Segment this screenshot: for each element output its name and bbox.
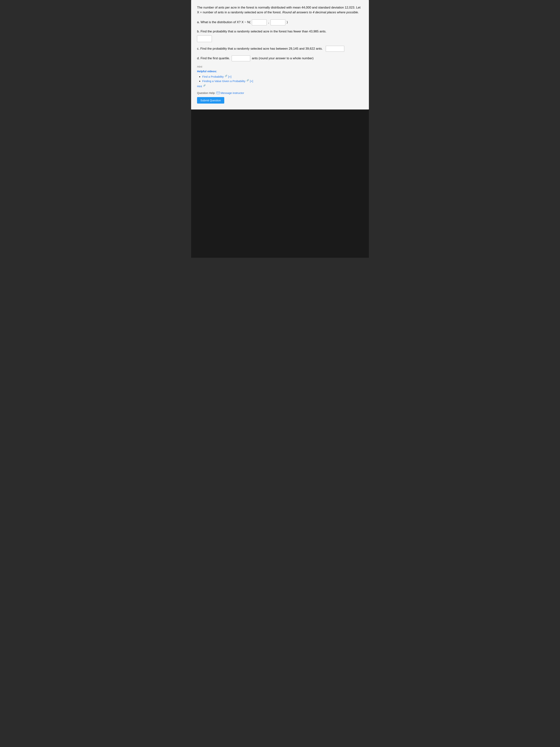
part-c-input[interactable] bbox=[326, 46, 344, 52]
dark-bottom-area bbox=[191, 109, 369, 258]
part-a: a. What is the distribution of X? X ~ N(… bbox=[197, 20, 363, 25]
question-help-row: Question Help: Message instructor bbox=[197, 91, 363, 95]
envelope-icon bbox=[216, 92, 220, 94]
hint-link[interactable]: Hint 🔗 bbox=[197, 85, 206, 88]
message-instructor-text: Message instructor bbox=[220, 91, 244, 95]
part-c-row: c. Find the probability that a randomly … bbox=[197, 46, 363, 52]
video-list-item-2: Finding a Value Given a Probability 🔗 [+… bbox=[202, 79, 363, 83]
part-c: c. Find the probability that a randomly … bbox=[197, 46, 363, 52]
helpful-videos-label: Helpful videos: bbox=[197, 70, 363, 73]
hint-link-text: Hint bbox=[197, 85, 202, 88]
find-probability-suffix: [+] bbox=[228, 75, 231, 78]
part-d: d. Find the first quartile. ants (round … bbox=[197, 55, 363, 61]
part-a-comma: , bbox=[268, 20, 269, 24]
video-list: Find a Probability 🔗 [+] Finding a Value… bbox=[197, 75, 363, 83]
part-c-text: c. Find the probability that a randomly … bbox=[197, 46, 323, 51]
part-a-close-paren: ) bbox=[287, 20, 288, 24]
part-d-input[interactable] bbox=[232, 55, 250, 61]
part-b: b. Find the probability that a randomly … bbox=[197, 29, 363, 42]
finding-value-text: Finding a Value Given a Probability bbox=[202, 79, 245, 83]
part-a-label: a. What is the distribution of X? X ~ N( bbox=[197, 20, 250, 24]
part-d-text-after: ants (round your answer to a whole numbe… bbox=[252, 56, 314, 61]
question-help-label: Question Help: bbox=[197, 91, 215, 95]
hint-section: Hint: Helpful videos: Find a Probability… bbox=[197, 65, 363, 88]
find-probability-link[interactable]: Find a Probability 🔗 [+] bbox=[202, 75, 231, 78]
problem-description: The number of ants per acre in the fores… bbox=[197, 5, 363, 15]
video-list-item-1: Find a Probability 🔗 [+] bbox=[202, 75, 363, 78]
part-d-row: d. Find the first quartile. ants (round … bbox=[197, 55, 363, 61]
page-wrapper: The number of ants per acre in the fores… bbox=[191, 0, 369, 258]
find-probability-text: Find a Probability bbox=[202, 75, 224, 78]
submit-question-button[interactable]: Submit Question bbox=[197, 97, 224, 104]
hint-link-ext-icon: 🔗 bbox=[203, 84, 206, 86]
part-b-text: b. Find the probability that a randomly … bbox=[197, 29, 363, 34]
part-d-text-before: d. Find the first quartile. bbox=[197, 56, 230, 61]
find-probability-ext-icon: 🔗 bbox=[225, 75, 228, 77]
part-a-input1[interactable] bbox=[252, 20, 267, 25]
question-card: The number of ants per acre in the fores… bbox=[191, 0, 369, 109]
hint-label: Hint: bbox=[197, 65, 363, 68]
part-a-input2[interactable] bbox=[271, 20, 285, 25]
message-instructor-link[interactable]: Message instructor bbox=[216, 91, 244, 95]
finding-value-ext-icon: 🔗 bbox=[246, 79, 249, 81]
finding-value-link[interactable]: Finding a Value Given a Probability 🔗 [+… bbox=[202, 79, 253, 83]
finding-value-suffix: [+] bbox=[250, 79, 253, 83]
part-b-input[interactable] bbox=[197, 35, 212, 42]
